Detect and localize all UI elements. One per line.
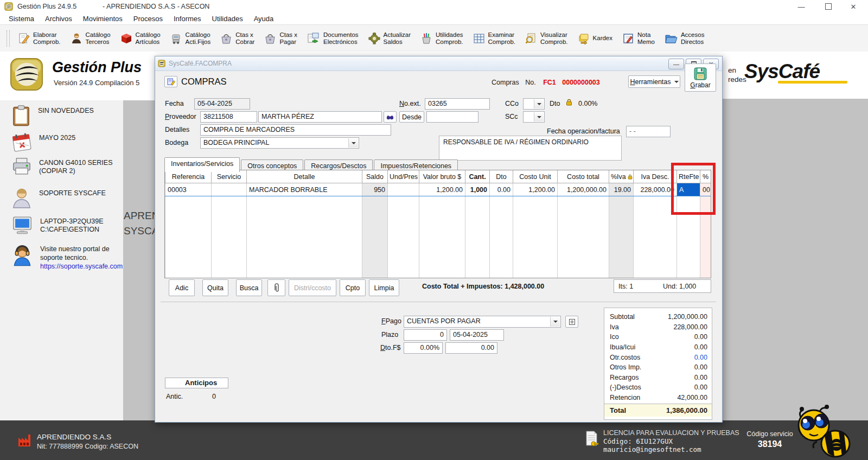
- grid-cell[interactable]: [490, 234, 513, 246]
- toolbar-catalogo-terceros[interactable]: Catálogo Terceros: [66, 26, 116, 51]
- grid-cell[interactable]: [513, 196, 558, 209]
- toolbar-documentos-electronicos[interactable]: Documentos Electrónicos: [302, 26, 363, 51]
- grid-cell[interactable]: [212, 271, 247, 278]
- grid-cell[interactable]: [212, 246, 247, 259]
- grid-cell[interactable]: [212, 259, 247, 271]
- grid-cell[interactable]: [465, 221, 490, 234]
- grid-cell[interactable]: [388, 271, 419, 278]
- grid-cell[interactable]: [362, 196, 388, 209]
- table-row[interactable]: [165, 259, 711, 271]
- grid-cell[interactable]: [609, 209, 634, 221]
- grid-cell[interactable]: [609, 196, 634, 209]
- desde-button[interactable]: Desde: [399, 111, 424, 123]
- grid-cell[interactable]: 00003: [165, 183, 212, 196]
- grid-cell[interactable]: [700, 221, 711, 234]
- grid-cell[interactable]: [247, 271, 362, 278]
- quita-button[interactable]: Quita: [202, 279, 228, 296]
- sidebar-item-novedades[interactable]: SIN NOVEDADES: [12, 105, 118, 126]
- toolbar-kardex[interactable]: Kardex: [573, 26, 617, 51]
- table-row[interactable]: [165, 221, 711, 234]
- compras-form-button[interactable]: [164, 76, 177, 87]
- grid-cell[interactable]: [388, 221, 419, 234]
- grid-cell[interactable]: [609, 259, 634, 271]
- sidebar-item-equipo[interactable]: LAPTOP-3P2QU39E C:\CAFE\GESTION: [12, 215, 118, 235]
- grid-cell[interactable]: 950: [362, 183, 388, 196]
- grid-cell[interactable]: [465, 259, 490, 271]
- close-icon[interactable]: ✕: [841, 0, 866, 13]
- maximize-icon[interactable]: [816, 0, 841, 13]
- grid-cell[interactable]: [388, 196, 419, 209]
- grid-cell[interactable]: [362, 246, 388, 259]
- menu-utilidades[interactable]: Utilidades: [207, 15, 248, 23]
- grid-cell[interactable]: [677, 259, 700, 271]
- grid-cell[interactable]: [165, 209, 212, 221]
- toolbar-accesos-directos[interactable]: Accesos Directos: [660, 26, 709, 51]
- cpto-button[interactable]: Cpto: [340, 279, 366, 296]
- grid-cell[interactable]: [388, 183, 419, 196]
- grid-cell[interactable]: [362, 259, 388, 271]
- grid-cell[interactable]: [419, 271, 465, 278]
- grid-cell[interactable]: [558, 271, 609, 278]
- plazo-fecha-field[interactable]: 05-04-2025: [450, 329, 504, 341]
- grid-cell[interactable]: [634, 221, 677, 234]
- grid-cell[interactable]: [247, 196, 362, 209]
- grid-cell[interactable]: [247, 221, 362, 234]
- grid-cell[interactable]: [490, 196, 513, 209]
- grid-cell[interactable]: [634, 196, 677, 209]
- grid-cell[interactable]: [165, 259, 212, 271]
- col-servicio[interactable]: Servicio: [212, 170, 247, 183]
- table-row[interactable]: [165, 196, 711, 209]
- sidebar-item-portal[interactable]: Visite nuestro portal de soporte tecnico…: [12, 245, 118, 271]
- detalles-field[interactable]: COMPRA DE MARCADORES: [200, 124, 391, 136]
- col-iva-desc[interactable]: Iva Desc.: [634, 170, 677, 183]
- grid-cell[interactable]: 19.00: [609, 183, 634, 196]
- table-row[interactable]: 00003 MARCADOR BORRABLE 950 1,200.00 1,0…: [165, 183, 711, 196]
- window-titlebar[interactable]: SysCafé.FACOMPRA — ✕: [155, 56, 722, 71]
- fpago-combo[interactable]: CUENTAS POR PAGAR: [404, 316, 561, 328]
- dtof-pct-field[interactable]: 0.00%: [404, 342, 443, 354]
- grid-cell[interactable]: [212, 221, 247, 234]
- grid-cell[interactable]: [212, 183, 247, 196]
- proveedor-name-field[interactable]: MARTHA PÉREZ: [258, 111, 382, 123]
- grid-cell[interactable]: [212, 209, 247, 221]
- grid-cell[interactable]: 0.00: [490, 183, 513, 196]
- chevron-down-icon[interactable]: [550, 317, 560, 327]
- grid-cell[interactable]: 228,000.00: [634, 183, 677, 196]
- toolbar-actualizar-saldos[interactable]: Actualizar Saldos: [363, 26, 416, 51]
- grid-cell[interactable]: [490, 209, 513, 221]
- proveedor-id-field[interactable]: 38211508: [200, 111, 257, 123]
- grid-cell[interactable]: [634, 234, 677, 246]
- grid-cell[interactable]: [609, 271, 634, 278]
- grid-cell[interactable]: [419, 259, 465, 271]
- toolbar-catalogo-articulos[interactable]: Catálogo Artículos: [116, 26, 165, 51]
- table-row[interactable]: [165, 209, 711, 221]
- grid-cell[interactable]: [212, 196, 247, 209]
- toolbar-elaborar-comprob[interactable]: Elaborar Comprob.: [13, 26, 66, 51]
- grid-cell[interactable]: [513, 234, 558, 246]
- col-valor-bruto[interactable]: Valor bruto $: [419, 170, 465, 183]
- col-referencia[interactable]: Referencia: [165, 170, 212, 183]
- col-cant[interactable]: Cant.: [465, 170, 490, 183]
- grid-cell[interactable]: [490, 246, 513, 259]
- toolbar-nota-memo[interactable]: Nota Memo: [617, 26, 660, 51]
- grid-cell[interactable]: [677, 271, 700, 278]
- table-row[interactable]: [165, 246, 711, 259]
- grid-cell[interactable]: MARCADOR BORRABLE: [247, 183, 362, 196]
- toolbar-ctas-pagar[interactable]: Ctas x Pagar: [259, 26, 302, 51]
- toolbar-visualizar-comprob[interactable]: Visualizar Comprob.: [520, 26, 573, 51]
- grid-cell[interactable]: [165, 271, 212, 278]
- grid-cell[interactable]: 1,000: [465, 183, 490, 196]
- col-saldo[interactable]: Saldo: [362, 170, 388, 183]
- anticipos-button[interactable]: Anticipos: [165, 378, 228, 388]
- grid-cell[interactable]: [513, 246, 558, 259]
- menu-movimientos[interactable]: Movimientos: [78, 15, 128, 23]
- grid-cell[interactable]: [677, 246, 700, 259]
- menu-ayuda[interactable]: Ayuda: [248, 15, 279, 23]
- grid-cell[interactable]: [490, 271, 513, 278]
- grid-cell[interactable]: [362, 221, 388, 234]
- grid-cell[interactable]: [558, 259, 609, 271]
- grid-cell[interactable]: [558, 209, 609, 221]
- scc-combo[interactable]: [523, 111, 545, 123]
- col-iva-pct[interactable]: %Iva: [609, 170, 634, 183]
- chevron-down-icon[interactable]: [534, 99, 544, 108]
